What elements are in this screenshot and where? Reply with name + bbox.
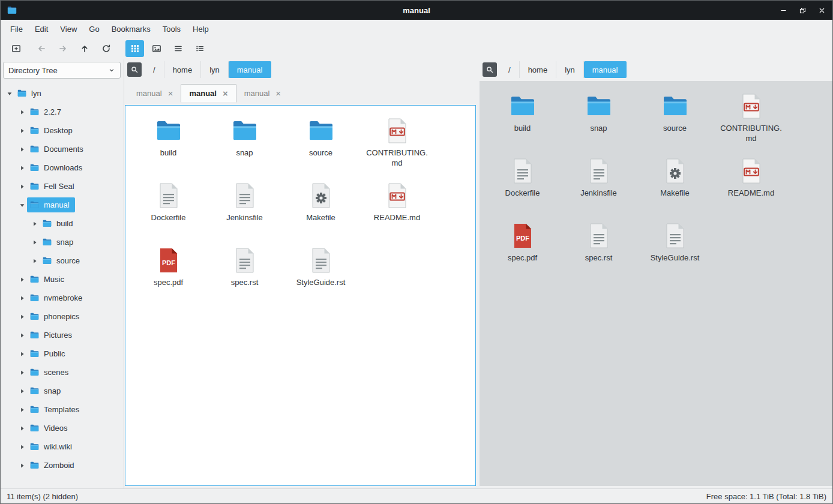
new-tab-button[interactable]: [7, 40, 25, 57]
file-build[interactable]: build: [130, 113, 206, 173]
tree-item-documents[interactable]: Documents: [2, 140, 122, 158]
expander-right-icon[interactable]: [17, 388, 27, 395]
tree-item-nvmebroke[interactable]: nvmebroke: [2, 289, 122, 307]
tab-manual[interactable]: manual×: [181, 84, 236, 103]
tab-close-icon[interactable]: ×: [168, 89, 173, 98]
tree-item-videos[interactable]: Videos: [2, 419, 122, 437]
menu-bookmarks[interactable]: Bookmarks: [106, 22, 157, 37]
expander-right-icon[interactable]: [17, 425, 27, 432]
titlebar[interactable]: manual: [1, 1, 832, 20]
expander-right-icon[interactable]: [17, 443, 27, 451]
expander-right-icon[interactable]: [17, 350, 27, 358]
file-jenkinsfile[interactable]: Jenkinsfile: [561, 154, 637, 214]
breadcrumb-root[interactable]: /: [145, 61, 164, 78]
breadcrumb-manual[interactable]: manual: [584, 61, 627, 78]
expander-down-icon[interactable]: [5, 90, 14, 97]
file-dockerfile[interactable]: Dockerfile: [130, 178, 206, 238]
file-source[interactable]: source: [283, 113, 359, 173]
tree-item-manual[interactable]: manual: [2, 196, 122, 214]
refresh-button[interactable]: [97, 40, 115, 57]
menu-help[interactable]: Help: [187, 22, 215, 37]
back-button[interactable]: [32, 40, 50, 57]
file-contributing-md[interactable]: CONTRIBUTING.md: [359, 113, 435, 173]
right-file-view[interactable]: buildsnapsourceCONTRIBUTING.mdDockerfile…: [480, 81, 832, 486]
breadcrumb-manual[interactable]: manual: [229, 61, 272, 78]
tree-item-lyn[interactable]: lyn: [2, 84, 122, 103]
tab-manual[interactable]: manual×: [128, 84, 181, 103]
file-spec-pdf[interactable]: PDFspec.pdf: [130, 243, 206, 303]
file-dockerfile[interactable]: Dockerfile: [484, 154, 561, 214]
tree-item-2-2-7[interactable]: 2.2.7: [2, 103, 122, 121]
expander-right-icon[interactable]: [30, 239, 40, 246]
breadcrumb-home[interactable]: home: [520, 61, 557, 78]
expander-right-icon[interactable]: [17, 276, 27, 283]
up-button[interactable]: [75, 40, 94, 57]
compact-view-button[interactable]: [169, 40, 187, 57]
breadcrumb-lyn[interactable]: lyn: [201, 61, 229, 78]
file-spec-rst[interactable]: spec.rst: [561, 218, 637, 278]
tab-close-icon[interactable]: ×: [275, 89, 281, 98]
file-readme-md[interactable]: README.md: [359, 178, 435, 238]
sidebar-mode-select[interactable]: Directory Tree: [3, 62, 121, 79]
breadcrumb-lyn[interactable]: lyn: [556, 61, 584, 78]
file-jenkinsfile[interactable]: Jenkinsfile: [206, 178, 283, 238]
tree-item-templates[interactable]: Templates: [2, 400, 122, 419]
menu-edit[interactable]: Edit: [29, 22, 54, 37]
tab-manual[interactable]: manual×: [236, 84, 289, 103]
expander-right-icon[interactable]: [17, 313, 27, 320]
tree-item-public[interactable]: Public: [2, 344, 122, 363]
tree-item-pictures[interactable]: Pictures: [2, 326, 122, 344]
menu-go[interactable]: Go: [83, 22, 105, 37]
expander-right-icon[interactable]: [17, 109, 27, 116]
tree-item-snap[interactable]: snap: [2, 233, 122, 251]
file-styleguide-rst[interactable]: StyleGuide.rst: [283, 243, 359, 303]
close-button[interactable]: [817, 5, 826, 15]
menu-view[interactable]: View: [54, 22, 83, 37]
file-snap[interactable]: snap: [206, 113, 283, 173]
expander-right-icon[interactable]: [17, 369, 27, 376]
tree-item-wiki-wiki[interactable]: wiki.wiki: [2, 437, 122, 456]
tree-item-source[interactable]: source: [2, 251, 122, 270]
icon-view-button[interactable]: [125, 40, 144, 57]
file-source[interactable]: source: [637, 89, 713, 149]
file-makefile[interactable]: Makefile: [283, 178, 359, 238]
expander-right-icon[interactable]: [17, 332, 27, 339]
forward-button[interactable]: [53, 40, 72, 57]
tree-item-zomboid[interactable]: Zomboid: [2, 456, 122, 475]
expander-right-icon[interactable]: [17, 462, 27, 469]
tree-item-music[interactable]: Music: [2, 270, 122, 289]
file-spec-pdf[interactable]: PDFspec.pdf: [484, 218, 561, 278]
file-contributing-md[interactable]: CONTRIBUTING.md: [713, 89, 789, 149]
expander-right-icon[interactable]: [17, 183, 27, 190]
expander-right-icon[interactable]: [30, 257, 40, 265]
expander-right-icon[interactable]: [17, 406, 27, 413]
file-readme-md[interactable]: README.md: [713, 154, 789, 214]
file-snap[interactable]: snap: [561, 89, 637, 149]
location-bar-toggle[interactable]: [127, 62, 142, 77]
detailed-list-view-button[interactable]: [190, 40, 209, 57]
menu-file[interactable]: File: [4, 22, 29, 37]
expander-right-icon[interactable]: [17, 127, 27, 134]
tree-item-build[interactable]: build: [2, 214, 122, 233]
left-file-view[interactable]: buildsnapsourceCONTRIBUTING.mdDockerfile…: [125, 105, 476, 486]
file-makefile[interactable]: Makefile: [637, 154, 713, 214]
breadcrumb-root[interactable]: /: [500, 61, 520, 78]
tab-close-icon[interactable]: ×: [223, 89, 228, 98]
file-styleguide-rst[interactable]: StyleGuide.rst: [637, 218, 713, 278]
expander-right-icon[interactable]: [17, 164, 27, 172]
expander-right-icon[interactable]: [17, 146, 27, 153]
tree-item-phonepics[interactable]: phonepics: [2, 307, 122, 326]
expander-down-icon[interactable]: [17, 202, 27, 209]
tree-item-downloads[interactable]: Downloads: [2, 158, 122, 177]
tree-item-fell-seal[interactable]: Fell Seal: [2, 177, 122, 196]
breadcrumb-home[interactable]: home: [164, 61, 202, 78]
tree-item-desktop[interactable]: Desktop: [2, 121, 122, 140]
file-build[interactable]: build: [484, 89, 561, 149]
minimize-button[interactable]: [778, 5, 788, 15]
location-bar-toggle[interactable]: [483, 62, 497, 77]
file-spec-rst[interactable]: spec.rst: [206, 243, 283, 303]
tree-item-scenes[interactable]: scenes: [2, 363, 122, 382]
maximize-button[interactable]: [798, 5, 807, 15]
expander-right-icon[interactable]: [30, 220, 40, 227]
expander-right-icon[interactable]: [17, 295, 27, 302]
